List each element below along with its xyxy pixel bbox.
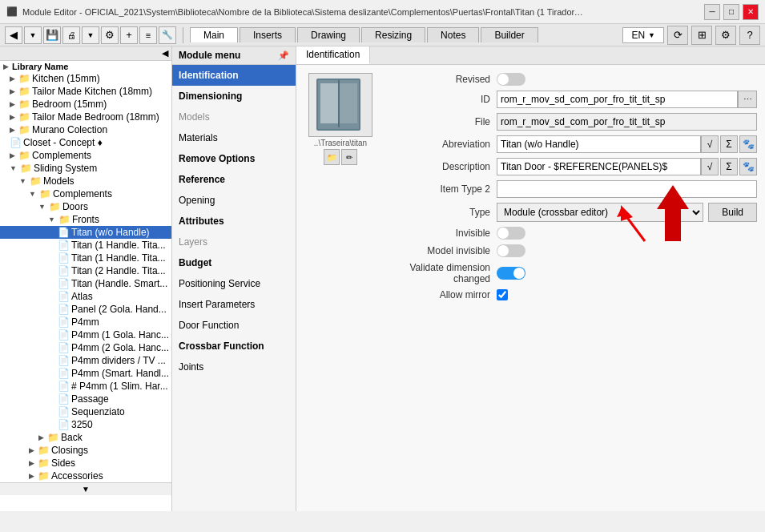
- tree-fronts[interactable]: ▼ 📁 Fronts: [0, 213, 171, 226]
- menu-insert-params[interactable]: Insert Parameters: [172, 294, 296, 315]
- validate-dim-toggle[interactable]: [497, 267, 525, 280]
- tree-passage[interactable]: 📄 Passage: [0, 393, 171, 405]
- save-button[interactable]: 💾: [43, 26, 61, 44]
- tree-closings[interactable]: ▶ 📁 Closings: [0, 444, 171, 457]
- tree-3250[interactable]: 📄 3250: [0, 418, 171, 431]
- module-menu-panel: Module menu 📌 Identification Dimensionin…: [172, 46, 296, 511]
- tree-expand-icon[interactable]: ◀: [162, 48, 168, 58]
- menu-attributes[interactable]: Attributes: [172, 211, 296, 232]
- tree-p4mm[interactable]: 📄 P4mm: [0, 316, 171, 328]
- minimize-button[interactable]: ─: [704, 4, 720, 20]
- tree-murano[interactable]: ▶ 📁 Murano Colection: [0, 123, 171, 136]
- invisible-toggle[interactable]: [497, 227, 525, 240]
- menu-reference[interactable]: Reference: [172, 169, 296, 190]
- image-edit-button[interactable]: ✏: [341, 149, 357, 165]
- tree-library-name[interactable]: ▶ Library Name: [0, 61, 171, 72]
- help-button[interactable]: ?: [739, 26, 760, 45]
- folder-icon: 📁: [20, 163, 32, 174]
- tree-p4mm-slim[interactable]: 📄 # P4mm (1 Slim. Har...: [0, 380, 171, 393]
- model-invisible-toggle[interactable]: [497, 244, 525, 257]
- scroll-down-arrow[interactable]: ▼: [0, 482, 171, 495]
- tool-button[interactable]: 🔧: [159, 26, 176, 44]
- settings-button[interactable]: ⚙: [101, 26, 119, 44]
- grid-button[interactable]: ⊞: [691, 26, 712, 45]
- abreviation-input[interactable]: [497, 135, 701, 153]
- abreviation-calc-button[interactable]: √: [701, 135, 719, 153]
- dropdown2-btn[interactable]: ▼: [82, 26, 99, 44]
- tree-titan-wo-handle[interactable]: 📄 Titan (w/o Handle): [0, 226, 171, 239]
- menu-crossbar-function[interactable]: Crossbar Function: [172, 336, 296, 357]
- language-selector[interactable]: EN ▼: [622, 27, 664, 43]
- tree-kitchen-15[interactable]: ▶ 📁 Kitchen (15mm): [0, 72, 171, 85]
- id-input[interactable]: [497, 91, 738, 108]
- abreviation-emoji-button[interactable]: 🐾: [739, 135, 757, 153]
- tree-titan-handle-smart[interactable]: 📄 Titan (Handle. Smart...: [0, 277, 171, 290]
- tree-sides[interactable]: ▶ 📁 Sides: [0, 457, 171, 470]
- tree-titan-1-handle1[interactable]: 📄 Titan (1 Handle. Tita...: [0, 239, 171, 252]
- tree-back[interactable]: ▶ 📁 Back: [0, 431, 171, 444]
- menu-dimensioning[interactable]: Dimensioning: [172, 86, 296, 107]
- image-browse-button[interactable]: 📁: [324, 149, 340, 165]
- revised-toggle[interactable]: [497, 73, 525, 86]
- file-icon: 📄: [58, 381, 70, 392]
- menu-remove-options[interactable]: Remove Options: [172, 148, 296, 169]
- add-button[interactable]: +: [120, 26, 138, 44]
- tree-titan-2-handle[interactable]: 📄 Titan (2 Handle. Tita...: [0, 264, 171, 277]
- tree-bedroom[interactable]: ▶ 📁 Bedroom (15mm): [0, 98, 171, 111]
- item-type2-input[interactable]: [497, 180, 757, 198]
- svg-rect-2: [320, 83, 338, 123]
- id-browse-button[interactable]: ⋯: [738, 91, 757, 108]
- menu-positioning[interactable]: Positioning Service: [172, 273, 296, 294]
- menu-layers[interactable]: Layers: [172, 232, 296, 252]
- tree-p4mm-smart[interactable]: 📄 P4mm (Smart. Handl...: [0, 367, 171, 380]
- tab-main[interactable]: Main: [190, 27, 238, 42]
- tree-p4mm-2-gola[interactable]: 📄 P4mm (2 Gola. Hanc...: [0, 341, 171, 354]
- tree-complements2[interactable]: ▼ 📁 Complements: [0, 187, 171, 200]
- tree-sliding[interactable]: ▼ 📁 Sliding System: [0, 162, 171, 175]
- tree-panel-2-gola[interactable]: 📄 Panel (2 Gola. Hand...: [0, 303, 171, 316]
- tab-builder[interactable]: Builder: [481, 27, 538, 42]
- tab-notes[interactable]: Notes: [427, 27, 479, 42]
- tree-doors[interactable]: ▼ 📁 Doors: [0, 200, 171, 213]
- dropdown-btn[interactable]: ▼: [24, 26, 42, 44]
- tree-tailor-bedroom[interactable]: ▶ 📁 Tailor Made Bedroom (18mm): [0, 111, 171, 123]
- file-input[interactable]: [497, 113, 757, 131]
- tree-complements[interactable]: ▶ 📁 Complements: [0, 149, 171, 162]
- tab-drawing[interactable]: Drawing: [297, 27, 360, 42]
- menu-materials[interactable]: Materials: [172, 127, 296, 148]
- back-button[interactable]: ◀: [5, 26, 22, 44]
- tree-closet[interactable]: 📄 Closet - Concept ♦: [0, 136, 171, 149]
- tree-p4mm-1-gola[interactable]: 📄 P4mm (1 Gola. Hanc...: [0, 328, 171, 341]
- tree-models[interactable]: ▼ 📁 Models: [0, 175, 171, 187]
- tree-atlas[interactable]: 📄 Atlas: [0, 290, 171, 303]
- build-button[interactable]: Build: [708, 203, 757, 222]
- tree-tailor-kitchen[interactable]: ▶ 📁 Tailor Made Kitchen (18mm): [0, 85, 171, 98]
- menu-door-function[interactable]: Door Function: [172, 315, 296, 336]
- maximize-button[interactable]: □: [723, 4, 739, 20]
- share-button[interactable]: ⚙: [715, 26, 736, 45]
- tab-inserts[interactable]: Inserts: [240, 27, 296, 42]
- menu-joints[interactable]: Joints: [172, 357, 296, 377]
- refresh-button[interactable]: ⟳: [667, 26, 688, 45]
- type-select[interactable]: Module (crossbar editor)ModuleGroup: [497, 203, 703, 222]
- tab-identification[interactable]: Identification: [296, 46, 370, 64]
- abreviation-sigma-button[interactable]: Σ: [720, 135, 738, 153]
- tree-sequenziato[interactable]: 📄 Sequenziato: [0, 405, 171, 418]
- description-calc-button[interactable]: √: [701, 158, 719, 175]
- description-emoji-button[interactable]: 🐾: [739, 158, 757, 175]
- description-sigma-button[interactable]: Σ: [720, 158, 738, 175]
- menu-models[interactable]: Models: [172, 107, 296, 127]
- close-button[interactable]: ✕: [743, 4, 759, 20]
- menu-opening[interactable]: Opening: [172, 190, 296, 211]
- module-menu-pin-icon[interactable]: 📌: [278, 50, 289, 61]
- tree-accessories[interactable]: ▶ 📁 Accessories: [0, 470, 171, 482]
- menu-identification[interactable]: Identification: [172, 65, 296, 86]
- list-button[interactable]: ≡: [139, 26, 157, 44]
- print-button[interactable]: 🖨: [62, 26, 80, 44]
- menu-budget[interactable]: Budget: [172, 252, 296, 273]
- allow-mirror-checkbox[interactable]: [497, 289, 508, 300]
- tab-resizing[interactable]: Resizing: [361, 27, 425, 42]
- tree-p4mm-dividers[interactable]: 📄 P4mm dividers / TV ...: [0, 354, 171, 367]
- description-input[interactable]: [497, 158, 701, 175]
- tree-titan-1-handle2[interactable]: 📄 Titan (1 Handle. Tita...: [0, 252, 171, 264]
